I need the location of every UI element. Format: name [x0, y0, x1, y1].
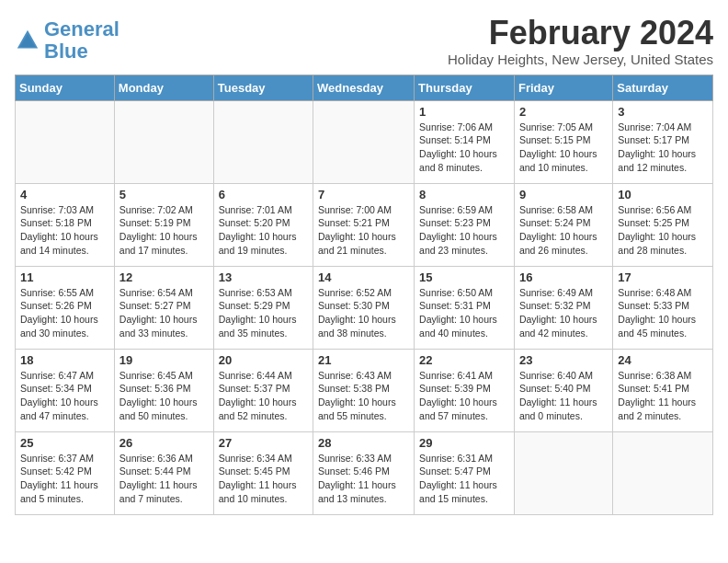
calendar-cell: 14Sunrise: 6:52 AMSunset: 5:30 PMDayligh… [313, 266, 415, 349]
calendar-cell: 4Sunrise: 7:03 AMSunset: 5:18 PMDaylight… [16, 183, 115, 266]
day-detail: Sunrise: 6:53 AMSunset: 5:29 PMDaylight:… [219, 286, 308, 340]
logo-part2: Blue [44, 40, 88, 63]
day-number: 12 [119, 270, 209, 284]
calendar-body: 1Sunrise: 7:06 AMSunset: 5:14 PMDaylight… [16, 100, 713, 514]
day-detail: Sunrise: 7:03 AMSunset: 5:18 PMDaylight:… [20, 203, 109, 258]
day-header-sunday: Sunday [16, 75, 115, 100]
calendar-table: SundayMondayTuesdayWednesdayThursdayFrid… [15, 75, 713, 515]
day-detail: Sunrise: 6:55 AMSunset: 5:26 PMDaylight:… [20, 286, 109, 340]
day-detail: Sunrise: 6:31 AMSunset: 5:47 PMDaylight:… [419, 452, 509, 506]
day-number: 5 [119, 188, 209, 201]
calendar-cell: 8Sunrise: 6:59 AMSunset: 5:23 PMDaylight… [415, 183, 515, 266]
day-number: 11 [20, 270, 109, 284]
day-detail: Sunrise: 6:40 AMSunset: 5:40 PMDaylight:… [519, 369, 608, 423]
day-number: 17 [618, 270, 708, 284]
calendar-cell: 27Sunrise: 6:34 AMSunset: 5:45 PMDayligh… [213, 431, 313, 514]
calendar-cell: 26Sunrise: 6:36 AMSunset: 5:44 PMDayligh… [114, 431, 213, 514]
day-detail: Sunrise: 6:47 AMSunset: 5:34 PMDaylight:… [20, 369, 109, 423]
day-detail: Sunrise: 7:06 AMSunset: 5:14 PMDaylight:… [419, 121, 509, 175]
day-number: 29 [419, 436, 509, 450]
calendar-cell: 11Sunrise: 6:55 AMSunset: 5:26 PMDayligh… [16, 266, 115, 349]
calendar-cell: 22Sunrise: 6:41 AMSunset: 5:39 PMDayligh… [415, 349, 515, 431]
day-detail: Sunrise: 6:48 AMSunset: 5:33 PMDaylight:… [618, 286, 708, 340]
week-row-5: 25Sunrise: 6:37 AMSunset: 5:42 PMDayligh… [16, 431, 713, 514]
day-number: 24 [618, 353, 708, 367]
day-detail: Sunrise: 7:01 AMSunset: 5:20 PMDaylight:… [219, 203, 308, 258]
calendar-cell: 17Sunrise: 6:48 AMSunset: 5:33 PMDayligh… [613, 266, 713, 349]
day-number: 3 [618, 105, 708, 119]
calendar-cell: 2Sunrise: 7:05 AMSunset: 5:15 PMDaylight… [514, 100, 612, 183]
day-detail: Sunrise: 6:45 AMSunset: 5:36 PMDaylight:… [119, 369, 209, 423]
location-title: Holiday Heights, New Jersey, United Stat… [15, 52, 713, 67]
calendar-cell: 1Sunrise: 7:06 AMSunset: 5:14 PMDaylight… [415, 100, 515, 183]
day-detail: Sunrise: 6:38 AMSunset: 5:41 PMDaylight:… [618, 369, 708, 423]
calendar-cell: 12Sunrise: 6:54 AMSunset: 5:27 PMDayligh… [114, 266, 213, 349]
day-detail: Sunrise: 6:41 AMSunset: 5:39 PMDaylight:… [419, 369, 509, 423]
calendar-cell: 19Sunrise: 6:45 AMSunset: 5:36 PMDayligh… [114, 349, 213, 431]
day-detail: Sunrise: 7:00 AMSunset: 5:21 PMDaylight:… [318, 203, 409, 258]
days-header-row: SundayMondayTuesdayWednesdayThursdayFrid… [16, 75, 713, 100]
week-row-4: 18Sunrise: 6:47 AMSunset: 5:34 PMDayligh… [16, 349, 713, 431]
day-number: 16 [519, 270, 608, 284]
day-detail: Sunrise: 6:52 AMSunset: 5:30 PMDaylight:… [318, 286, 409, 340]
logo: General Blue [15, 18, 119, 63]
day-number: 23 [519, 353, 608, 367]
day-number: 8 [419, 188, 509, 201]
day-number: 21 [318, 353, 409, 367]
calendar-cell: 3Sunrise: 7:04 AMSunset: 5:17 PMDaylight… [613, 100, 713, 183]
day-number: 26 [119, 436, 209, 450]
day-number: 25 [20, 436, 109, 450]
day-number: 4 [20, 188, 109, 201]
day-number: 13 [219, 270, 308, 284]
calendar-cell: 16Sunrise: 6:49 AMSunset: 5:32 PMDayligh… [514, 266, 612, 349]
day-number: 27 [219, 436, 308, 450]
day-header-friday: Friday [514, 75, 612, 100]
calendar-cell: 6Sunrise: 7:01 AMSunset: 5:20 PMDaylight… [213, 183, 313, 266]
day-header-tuesday: Tuesday [213, 75, 313, 100]
day-number: 20 [219, 353, 308, 367]
calendar-cell [213, 100, 313, 183]
calendar-cell: 18Sunrise: 6:47 AMSunset: 5:34 PMDayligh… [16, 349, 115, 431]
day-detail: Sunrise: 7:04 AMSunset: 5:17 PMDaylight:… [618, 121, 708, 175]
calendar-cell: 28Sunrise: 6:33 AMSunset: 5:46 PMDayligh… [313, 431, 415, 514]
day-number: 18 [20, 353, 109, 367]
day-detail: Sunrise: 6:36 AMSunset: 5:44 PMDaylight:… [119, 452, 209, 506]
day-number: 14 [318, 270, 409, 284]
calendar-cell: 20Sunrise: 6:44 AMSunset: 5:37 PMDayligh… [213, 349, 313, 431]
calendar-cell: 10Sunrise: 6:56 AMSunset: 5:25 PMDayligh… [613, 183, 713, 266]
day-number: 9 [519, 188, 608, 201]
day-detail: Sunrise: 7:05 AMSunset: 5:15 PMDaylight:… [519, 121, 608, 175]
day-detail: Sunrise: 6:49 AMSunset: 5:32 PMDaylight:… [519, 286, 608, 340]
day-detail: Sunrise: 6:34 AMSunset: 5:45 PMDaylight:… [219, 452, 308, 506]
day-number: 22 [419, 353, 509, 367]
logo-part1: General [44, 17, 119, 40]
logo-icon [15, 28, 40, 53]
calendar-cell [313, 100, 415, 183]
day-number: 7 [318, 188, 409, 201]
day-number: 19 [119, 353, 209, 367]
calendar-cell: 21Sunrise: 6:43 AMSunset: 5:38 PMDayligh… [313, 349, 415, 431]
header-section: February 2024 Holiday Heights, New Jerse… [15, 15, 713, 67]
calendar-cell: 7Sunrise: 7:00 AMSunset: 5:21 PMDaylight… [313, 183, 415, 266]
day-detail: Sunrise: 6:44 AMSunset: 5:37 PMDaylight:… [219, 369, 308, 423]
day-detail: Sunrise: 6:59 AMSunset: 5:23 PMDaylight:… [419, 203, 509, 258]
calendar-cell [114, 100, 213, 183]
calendar-cell [16, 100, 115, 183]
calendar-cell: 23Sunrise: 6:40 AMSunset: 5:40 PMDayligh… [514, 349, 612, 431]
day-number: 1 [419, 105, 509, 119]
calendar-cell: 29Sunrise: 6:31 AMSunset: 5:47 PMDayligh… [415, 431, 515, 514]
day-number: 15 [419, 270, 509, 284]
week-row-3: 11Sunrise: 6:55 AMSunset: 5:26 PMDayligh… [16, 266, 713, 349]
calendar-cell [613, 431, 713, 514]
day-number: 10 [618, 188, 708, 201]
day-detail: Sunrise: 6:50 AMSunset: 5:31 PMDaylight:… [419, 286, 509, 340]
calendar-cell: 15Sunrise: 6:50 AMSunset: 5:31 PMDayligh… [415, 266, 515, 349]
calendar-cell: 25Sunrise: 6:37 AMSunset: 5:42 PMDayligh… [16, 431, 115, 514]
logo-name: General Blue [44, 18, 119, 63]
day-detail: Sunrise: 6:58 AMSunset: 5:24 PMDaylight:… [519, 203, 608, 258]
day-header-wednesday: Wednesday [313, 75, 415, 100]
calendar-cell: 24Sunrise: 6:38 AMSunset: 5:41 PMDayligh… [613, 349, 713, 431]
day-detail: Sunrise: 6:56 AMSunset: 5:25 PMDaylight:… [618, 203, 708, 258]
calendar-cell [514, 431, 612, 514]
calendar-cell: 13Sunrise: 6:53 AMSunset: 5:29 PMDayligh… [213, 266, 313, 349]
